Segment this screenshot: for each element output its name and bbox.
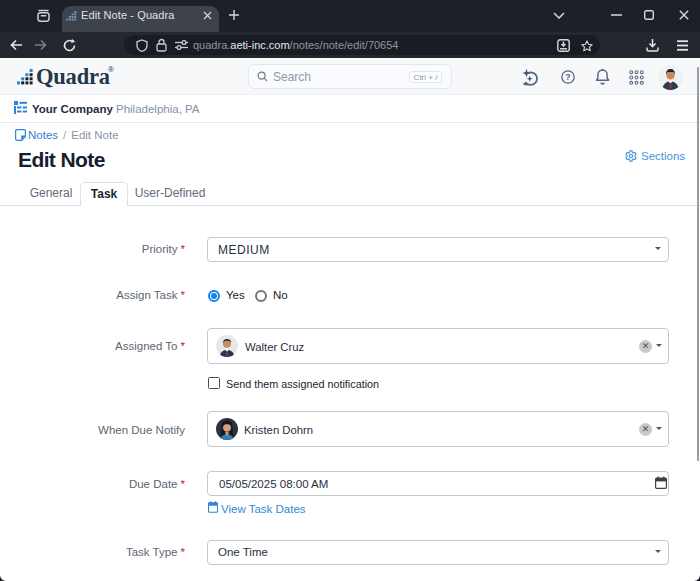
svg-text:?: ? (565, 72, 570, 82)
